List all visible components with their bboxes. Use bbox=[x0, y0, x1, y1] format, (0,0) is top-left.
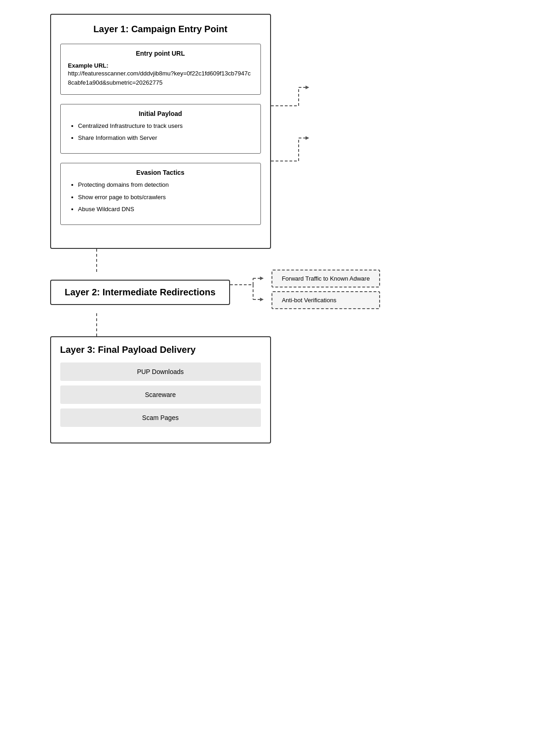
v-connector-1 bbox=[50, 249, 510, 272]
svg-marker-16 bbox=[260, 298, 264, 301]
svg-marker-12 bbox=[260, 276, 264, 280]
dashed-v-line-1 bbox=[96, 249, 97, 272]
list-item: Protecting domains from detection bbox=[78, 181, 253, 189]
forward-traffic-item: Forward Traffic to Known Adware bbox=[271, 270, 380, 288]
top-section: Layer 1: Campaign Entry Point Entry poin… bbox=[50, 14, 510, 249]
evasion-tactics-title: Evasion Tactics bbox=[68, 169, 253, 176]
evasion-tactics-box: Evasion Tactics Protecting domains from … bbox=[60, 163, 261, 225]
layer2-arrows: Forward Traffic to Known Adware Anti-bot… bbox=[230, 272, 359, 313]
antibot-item: Anti-bot Verifications bbox=[271, 291, 380, 309]
layer3-title: Layer 3: Final Payload Delivery bbox=[60, 345, 261, 355]
entry-point-box: Entry point URL Example URL: http://feat… bbox=[60, 44, 261, 95]
layer1-column: Layer 1: Campaign Entry Point Entry poin… bbox=[50, 14, 271, 249]
list-item: Show error page to bots/crawlers bbox=[78, 193, 253, 201]
url-label: Example URL: bbox=[68, 62, 253, 69]
dashed-v-line-2 bbox=[96, 313, 97, 336]
list-item: Share Information with Server bbox=[78, 134, 253, 142]
v-connector-2 bbox=[50, 313, 510, 336]
evasion-tactics-list: Protecting domains from detection Show e… bbox=[68, 181, 253, 213]
layer2-box: Layer 2: Intermediate Redirections bbox=[50, 280, 231, 305]
layer1-box: Layer 1: Campaign Entry Point Entry poin… bbox=[50, 14, 271, 249]
url-value: http://featuresscanner.com/dddvjib8mu?ke… bbox=[68, 69, 253, 87]
campaign-column: Campaign Dissemination Deceptive Emails … bbox=[299, 14, 473, 249]
layer1-title: Layer 1: Campaign Entry Point bbox=[60, 24, 261, 35]
pup-downloads-item: PUP Downloads bbox=[60, 362, 261, 381]
scam-pages-item: Scam Pages bbox=[60, 408, 261, 427]
initial-payload-list: Centralized Infrastructure to track user… bbox=[68, 122, 253, 142]
layer2-title: Layer 2: Intermediate Redirections bbox=[65, 287, 216, 297]
url-label-text: Example URL: bbox=[68, 62, 109, 69]
entry-point-title: Entry point URL bbox=[68, 50, 253, 57]
initial-payload-box: Initial Payload Centralized Infrastructu… bbox=[60, 104, 261, 154]
layer2-section: Layer 2: Intermediate Redirections Forwa… bbox=[50, 272, 510, 313]
diagram: Layer 1: Campaign Entry Point Entry poin… bbox=[50, 14, 510, 443]
layer3-box: Layer 3: Final Payload Delivery PUP Down… bbox=[50, 336, 271, 443]
initial-payload-title: Initial Payload bbox=[68, 110, 253, 117]
layer3-section: Layer 3: Final Payload Delivery PUP Down… bbox=[50, 336, 510, 443]
scareware-item: Scareware bbox=[60, 385, 261, 404]
layer2-side-items: Forward Traffic to Known Adware Anti-bot… bbox=[271, 270, 380, 309]
list-item: Centralized Infrastructure to track user… bbox=[78, 122, 253, 130]
list-item: Abuse Wildcard DNS bbox=[78, 205, 253, 213]
